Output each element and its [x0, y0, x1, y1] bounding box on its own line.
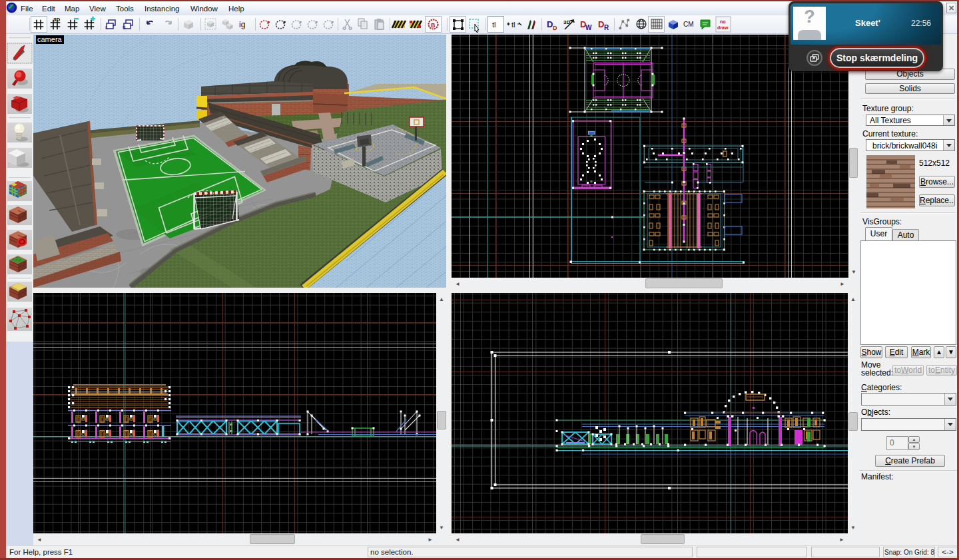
svg-text:L: L: [105, 25, 109, 31]
svg-text:D: D: [547, 19, 553, 29]
svg-text:no: no: [720, 19, 726, 24]
svg-text:CM: CM: [683, 21, 694, 28]
svg-text:R: R: [604, 24, 609, 31]
svg-text:D: D: [553, 25, 557, 31]
svg-text:W: W: [585, 24, 592, 31]
svg-text:ig: ig: [239, 20, 245, 29]
svg-text:3D: 3D: [53, 17, 60, 23]
svg-text:B: B: [431, 22, 436, 29]
svg-text:draw: draw: [717, 25, 729, 30]
svg-text:S: S: [123, 25, 126, 31]
svg-text:D: D: [598, 19, 604, 29]
svg-text:tl: tl: [492, 21, 496, 29]
svg-text:tl: tl: [511, 21, 515, 29]
